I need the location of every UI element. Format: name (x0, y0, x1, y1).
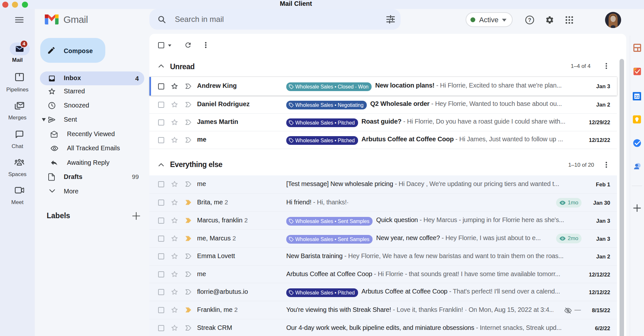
svg-text:?: ? (528, 17, 531, 23)
svg-text:31: 31 (635, 94, 639, 99)
